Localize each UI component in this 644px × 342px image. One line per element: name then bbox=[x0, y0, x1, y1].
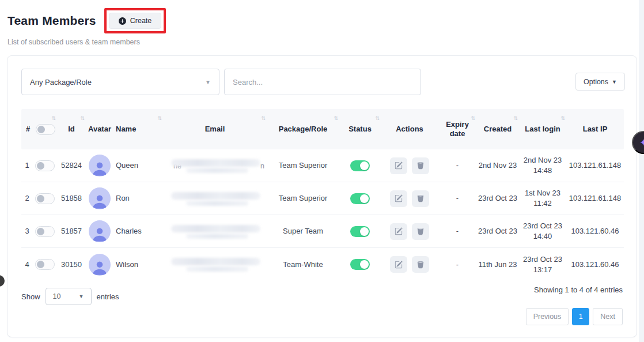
header-created: Created ⇅ bbox=[476, 109, 519, 149]
sort-icon[interactable]: ⇅ bbox=[334, 115, 338, 122]
options-button[interactable]: Options ▼ bbox=[575, 73, 625, 91]
caret-down-icon: ▼ bbox=[205, 79, 211, 85]
status-cell bbox=[339, 226, 381, 237]
person-icon bbox=[91, 225, 108, 242]
next-page-button[interactable]: Next bbox=[593, 308, 623, 325]
package-role-select[interactable]: Any Package/Role ▼ bbox=[21, 69, 219, 95]
name-cell: Charles bbox=[113, 226, 163, 236]
page-header: Team Members Create bbox=[7, 8, 166, 33]
trash-icon bbox=[416, 261, 425, 269]
delete-button[interactable] bbox=[412, 190, 429, 207]
team-members-card: Any Package/Role ▼ Options ▼ # ⇅ Id ⇅ Av… bbox=[7, 55, 637, 337]
page-1-button[interactable]: 1 bbox=[572, 308, 589, 325]
page-subtitle: List of subscribed users & team members bbox=[7, 38, 140, 46]
id-cell: 51857 bbox=[57, 226, 86, 236]
delete-button[interactable] bbox=[412, 256, 429, 273]
sort-icon[interactable]: ⇅ bbox=[375, 115, 380, 122]
redaction-smudge bbox=[186, 168, 248, 173]
show-label: Show bbox=[21, 292, 40, 301]
package-role-cell: Super Team bbox=[267, 226, 339, 236]
id-cell: 30150 bbox=[57, 260, 86, 270]
expiry-date-cell: - bbox=[438, 160, 476, 171]
edit-button[interactable] bbox=[390, 157, 407, 174]
sort-icon[interactable]: ⇅ bbox=[157, 115, 162, 122]
last-ip-cell: 103.121.61.148 bbox=[566, 160, 624, 171]
redaction-smudge bbox=[171, 192, 260, 200]
table-row: 2 51858 Ron Team Superior bbox=[21, 182, 624, 215]
name-cell: Wilson bbox=[113, 260, 163, 270]
options-button-label: Options bbox=[584, 78, 608, 86]
last-login-cell: 1st Nov 23 11:42 bbox=[519, 188, 566, 208]
edit-button[interactable] bbox=[390, 190, 407, 207]
status-cell bbox=[339, 160, 381, 171]
created-cell: 23rd Oct 23 bbox=[476, 226, 519, 236]
delete-button[interactable] bbox=[412, 157, 429, 174]
avatar bbox=[89, 187, 111, 209]
table-row: 1 52824 Queen ne n Team Superior bbox=[21, 149, 624, 182]
status-toggle[interactable] bbox=[350, 160, 370, 171]
scrollbar-track[interactable] bbox=[639, 0, 644, 342]
header-package-role: Package/Role ⇅ bbox=[267, 109, 339, 149]
last-ip-cell: 103.121.61.148 bbox=[566, 193, 624, 204]
last-login-cell: 23rd Oct 23 13:17 bbox=[519, 254, 566, 275]
package-role-select-value: Any Package/Role bbox=[30, 78, 92, 87]
redaction-smudge bbox=[186, 201, 248, 206]
plus-circle-icon bbox=[119, 17, 126, 25]
entries-per-page-select[interactable]: 10 ▼ bbox=[46, 288, 92, 305]
create-button[interactable]: Create bbox=[109, 13, 162, 29]
row-index-cell: 3 bbox=[21, 226, 57, 237]
avatar bbox=[89, 254, 111, 276]
last-ip-cell: 103.121.60.46 bbox=[566, 260, 624, 270]
row-select-toggle[interactable] bbox=[35, 160, 55, 171]
row-select-toggle[interactable] bbox=[35, 226, 55, 237]
edit-icon bbox=[395, 161, 403, 170]
sort-icon[interactable]: ⇅ bbox=[471, 115, 475, 122]
sort-icon[interactable]: ⇅ bbox=[51, 115, 56, 122]
create-button-label: Create bbox=[130, 17, 152, 25]
sparkle-icon: ✦ bbox=[639, 137, 644, 149]
edit-button[interactable] bbox=[390, 256, 407, 273]
avatar bbox=[89, 155, 111, 176]
avatar-cell bbox=[86, 220, 113, 242]
delete-button[interactable] bbox=[412, 223, 429, 240]
row-select-toggle[interactable] bbox=[35, 259, 55, 270]
left-edge-widget[interactable] bbox=[0, 275, 5, 287]
trash-icon bbox=[416, 161, 425, 170]
sort-icon[interactable]: ⇅ bbox=[261, 115, 266, 122]
created-cell: 23rd Oct 23 bbox=[476, 193, 519, 204]
package-role-cell: Team-White bbox=[267, 260, 339, 270]
id-cell: 51858 bbox=[57, 193, 86, 204]
edit-icon bbox=[395, 194, 403, 202]
sort-icon[interactable]: ⇅ bbox=[80, 115, 85, 122]
sort-icon[interactable]: ⇅ bbox=[560, 115, 565, 122]
status-toggle[interactable] bbox=[350, 226, 370, 237]
team-members-table: # ⇅ Id ⇅ Avatar Name ⇅ Email ⇅ Package bbox=[21, 109, 624, 281]
select-all-toggle[interactable] bbox=[36, 124, 55, 135]
header-name: Name ⇅ bbox=[113, 109, 163, 149]
previous-page-button[interactable]: Previous bbox=[526, 308, 569, 325]
email-cell-redacted bbox=[163, 215, 267, 247]
edit-button[interactable] bbox=[390, 223, 407, 240]
last-login-cell: 23rd Oct 23 14:40 bbox=[519, 221, 566, 241]
package-role-cell: Team Superior bbox=[267, 193, 339, 204]
avatar-cell bbox=[86, 187, 113, 209]
expiry-date-cell: - bbox=[438, 193, 476, 204]
email-cell-redacted bbox=[163, 182, 267, 215]
annotation-highlight: Create bbox=[104, 8, 166, 33]
sort-icon[interactable]: ⇅ bbox=[513, 115, 518, 122]
redaction-smudge bbox=[171, 258, 260, 265]
header-index-label: # bbox=[26, 125, 30, 134]
actions-cell bbox=[381, 256, 438, 273]
row-index-cell: 4 bbox=[21, 259, 57, 270]
row-select-toggle[interactable] bbox=[35, 193, 55, 204]
search-input[interactable] bbox=[224, 69, 421, 95]
status-toggle[interactable] bbox=[350, 193, 370, 204]
redaction-smudge bbox=[186, 234, 248, 239]
edit-icon bbox=[395, 261, 403, 269]
page-length-control: Show 10 ▼ entries bbox=[21, 288, 119, 305]
person-icon bbox=[91, 192, 108, 209]
created-cell: 11th Jun 23 bbox=[476, 260, 519, 270]
redaction-smudge bbox=[186, 266, 248, 272]
status-toggle[interactable] bbox=[350, 259, 370, 270]
status-cell bbox=[339, 193, 381, 204]
